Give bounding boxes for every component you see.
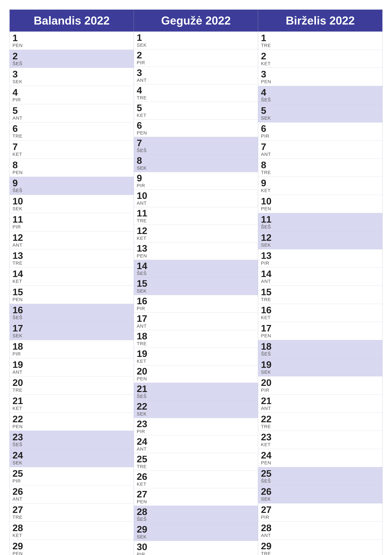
- day-number: 14: [137, 261, 255, 271]
- day-name: PEN: [137, 499, 255, 504]
- day-row: 7KET: [10, 140, 134, 159]
- day-number: 5: [137, 103, 255, 113]
- day-number: 4: [137, 86, 255, 95]
- day-row: 12KET: [134, 225, 258, 242]
- day-name: ŠEŠ: [261, 478, 379, 484]
- day-name: PIR: [261, 387, 379, 393]
- day-name: PEN: [13, 551, 131, 555]
- day-row: 5SEK: [258, 104, 382, 123]
- day-name: KET: [13, 533, 131, 538]
- day-row: 18TRE: [134, 330, 258, 348]
- day-name: ŠEŠ: [137, 148, 255, 153]
- day-row: 10SEK: [10, 195, 134, 213]
- day-row: 8SEK: [134, 154, 258, 172]
- day-name: PEN: [137, 253, 255, 258]
- month-column-0: Balandis 20221PEN2ŠEŠ3SEK4PIR5ANT6TRE7KE…: [10, 10, 134, 555]
- day-row: 14ANT: [258, 268, 382, 286]
- day-name: PIR: [13, 351, 131, 357]
- day-row: 8TRE: [258, 159, 382, 177]
- day-number: 24: [13, 451, 131, 460]
- day-name: SEK: [261, 242, 379, 248]
- day-number: 16: [261, 305, 379, 315]
- day-name: KET: [261, 442, 379, 447]
- day-number: 29: [261, 541, 379, 551]
- day-row: 24SEK: [10, 449, 134, 467]
- day-name: KET: [261, 188, 379, 193]
- day-name: ŠEŠ: [13, 188, 131, 193]
- day-number: 4: [261, 88, 379, 97]
- day-row: 6PIR: [258, 123, 382, 141]
- day-number: 24: [261, 451, 379, 460]
- day-row: 14ŠEŠ: [134, 260, 258, 278]
- day-number: 27: [137, 489, 255, 499]
- day-row: 23KET: [258, 431, 382, 449]
- month-header-0: Balandis 2022: [10, 10, 134, 32]
- day-row: 17PEN: [258, 322, 382, 340]
- day-number: 3: [13, 69, 131, 79]
- page: Balandis 20221PEN2ŠEŠ3SEK4PIR5ANT6TRE7KE…: [0, 0, 392, 555]
- day-name: SEK: [137, 42, 255, 48]
- day-row: 21ŠEŠ: [134, 383, 258, 401]
- day-number: 20: [261, 378, 379, 387]
- day-name: ŠEŠ: [261, 97, 379, 102]
- day-row: 28KET: [10, 522, 134, 540]
- day-number: 22: [137, 402, 255, 411]
- day-number: 16: [13, 305, 131, 315]
- day-row: 2ŠEŠ: [10, 50, 134, 68]
- day-number: 21: [261, 396, 379, 406]
- day-number: 23: [261, 432, 379, 442]
- day-number: 8: [13, 160, 131, 170]
- day-number: 15: [13, 287, 131, 297]
- day-number: 16: [137, 296, 255, 306]
- day-row: 9ŠEŠ: [10, 177, 134, 195]
- day-number: 23: [137, 419, 255, 429]
- days-container-2: 1TRE2KET3PEN4ŠEŠ5SEK6PIR7ANT8TRE9KET10PE…: [258, 32, 382, 555]
- day-name: SEK: [137, 288, 255, 294]
- day-name: PIR: [13, 224, 131, 230]
- day-row: 22SEK: [134, 401, 258, 418]
- day-name: ŠEŠ: [137, 394, 255, 399]
- day-number: 13: [137, 244, 255, 253]
- day-row: 21ANT: [258, 394, 382, 413]
- day-row: 20TRE: [10, 376, 134, 394]
- day-row: 6PEN: [134, 119, 258, 137]
- month-column-2: Birželis 20221TRE2KET3PEN4ŠEŠ5SEK6PIR7AN…: [258, 10, 382, 555]
- day-name: KET: [137, 236, 255, 241]
- day-number: 24: [137, 437, 255, 446]
- day-row: 25TRE: [134, 453, 258, 471]
- day-row: 5KET: [134, 102, 258, 119]
- day-name: TRE: [137, 341, 255, 346]
- day-number: 23: [13, 432, 131, 442]
- day-name: ANT: [261, 533, 379, 538]
- day-number: 11: [261, 215, 379, 224]
- day-number: 26: [137, 472, 255, 482]
- day-number: 13: [13, 251, 131, 260]
- day-name: PIR: [137, 429, 255, 434]
- day-name: SEK: [13, 79, 131, 84]
- day-number: 22: [261, 414, 379, 424]
- day-number: 14: [13, 269, 131, 279]
- day-number: 28: [261, 523, 379, 533]
- day-name: PIR: [261, 133, 379, 139]
- day-row: 2PIR: [134, 49, 258, 67]
- day-number: 9: [13, 178, 131, 188]
- day-name: KET: [137, 358, 255, 364]
- day-name: ANT: [13, 496, 131, 502]
- day-number: 19: [13, 360, 131, 369]
- day-number: 3: [137, 68, 255, 78]
- day-number: 19: [137, 349, 255, 358]
- day-name: ANT: [137, 446, 255, 452]
- day-row: 28ŠEŠ: [134, 506, 258, 523]
- day-name: TRE: [137, 218, 255, 223]
- day-name: ANT: [137, 200, 255, 206]
- day-number: 12: [13, 233, 131, 242]
- day-row: 16KET: [258, 304, 382, 322]
- month-header-2: Birželis 2022: [258, 10, 382, 32]
- day-row: 4TRE: [134, 84, 258, 102]
- day-row: 15TRE: [258, 286, 382, 304]
- day-name: PEN: [261, 460, 379, 466]
- day-row: 30PIR: [134, 541, 258, 555]
- day-name: ANT: [261, 152, 379, 157]
- day-number: 1: [13, 33, 131, 43]
- day-name: ANT: [13, 369, 131, 375]
